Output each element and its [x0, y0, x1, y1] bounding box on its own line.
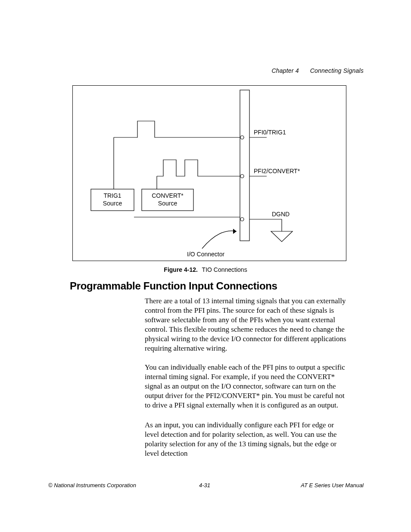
svg-point-11: [240, 218, 244, 221]
figure-frame: PFI0/TRIG1 PFI2/CONVERT* TRIG1 Source CO…: [72, 85, 346, 261]
svg-point-1: [240, 136, 244, 139]
figure-caption-text: TIO Connections: [202, 266, 247, 273]
tio-connections-diagram: PFI0/TRIG1 PFI2/CONVERT* TRIG1 Source CO…: [73, 86, 346, 261]
label-dgnd: DGND: [272, 211, 290, 218]
svg-marker-14: [271, 231, 293, 242]
label-ioconnector: I/O Connector: [187, 251, 224, 258]
footer-manualname: AT E Series User Manual: [301, 482, 364, 488]
header-chapter: Chapter 4: [271, 67, 299, 74]
figure-caption: Figure 4-12. TIO Connections: [0, 266, 411, 273]
svg-point-3: [240, 174, 244, 178]
running-header: Chapter 4 Connecting Signals: [271, 67, 364, 74]
trig1-box-line1: TRIG1: [103, 192, 121, 199]
label-pfi0: PFI0/TRIG1: [254, 129, 286, 136]
paragraph-2: You can individually enable each of the …: [145, 363, 348, 410]
footer-pagenumber: 4-31: [199, 482, 210, 488]
svg-marker-15: [233, 229, 237, 234]
paragraph-1: There are a total of 13 internal timing …: [145, 296, 348, 354]
figure-caption-number: Figure 4-12.: [164, 266, 198, 273]
paragraph-3: As an input, you can individually config…: [145, 420, 348, 458]
label-pfi2: PFI2/CONVERT*: [254, 168, 300, 174]
page: Chapter 4 Connecting Signals PFI0/TRIG1 …: [0, 0, 411, 532]
footer-copyright: © National Instruments Corporation: [48, 482, 136, 488]
convert-box-line2: Source: [158, 200, 177, 207]
header-title: Connecting Signals: [310, 67, 364, 74]
trig1-box-line2: Source: [103, 200, 122, 207]
convert-box-line1: CONVERT*: [152, 192, 184, 199]
section-heading: Programmable Function Input Connections: [70, 280, 277, 292]
